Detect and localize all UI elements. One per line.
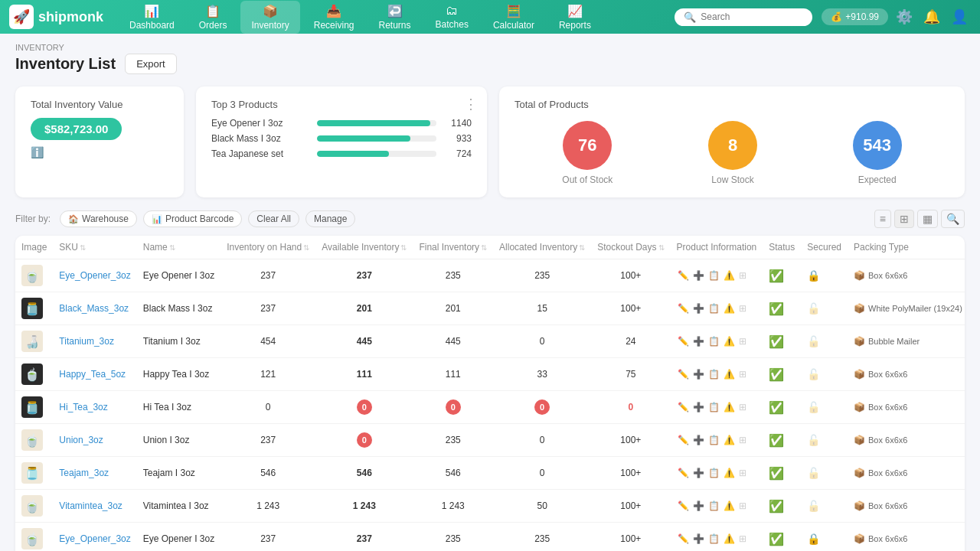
inventory-on-hand-cell: 121	[220, 358, 315, 391]
edit-icon[interactable]: ✏️	[677, 533, 690, 545]
sku-link[interactable]: Teajam_3oz	[59, 468, 109, 478]
copy-icon[interactable]: 📋	[707, 302, 720, 315]
col-name[interactable]: Name⇅	[137, 236, 220, 259]
export-button[interactable]: Export	[125, 54, 177, 74]
manage-button[interactable]: Manage	[305, 210, 355, 227]
grid-icon[interactable]: ⊞	[738, 401, 747, 413]
sku-link[interactable]: Eye_Opener_3oz	[59, 533, 130, 544]
col-stockout-days[interactable]: Stockout Days⇅	[591, 236, 670, 259]
alert-icon[interactable]: ⚠️	[723, 368, 736, 380]
total-value-button[interactable]: $582,723.00	[31, 118, 122, 140]
nav-reports[interactable]: 📈 Reports	[548, 1, 602, 34]
settings-button[interactable]: ⚙️	[893, 5, 916, 28]
copy-icon[interactable]: 📋	[707, 467, 720, 479]
nav-orders[interactable]: 📋 Orders	[188, 1, 238, 34]
add-icon[interactable]: ➕	[692, 269, 705, 282]
add-icon[interactable]: ➕	[692, 500, 705, 512]
notifications-button[interactable]: 🔔	[920, 5, 943, 28]
copy-icon[interactable]: 📋	[707, 335, 720, 347]
nav-inventory[interactable]: 📦 Inventory	[240, 1, 299, 34]
nav-calculator[interactable]: 🧮 Calculator	[482, 1, 545, 34]
edit-icon[interactable]: ✏️	[677, 467, 690, 479]
col-product-information: Product Information	[671, 236, 763, 259]
add-icon[interactable]: ➕	[692, 434, 705, 446]
grid-icon[interactable]: ⊞	[738, 335, 747, 347]
search-input[interactable]	[701, 11, 800, 22]
edit-icon[interactable]: ✏️	[677, 500, 690, 512]
edit-icon[interactable]: ✏️	[677, 434, 690, 446]
sku-link[interactable]: Titanium_3oz	[59, 336, 114, 347]
edit-icon[interactable]: ✏️	[677, 302, 690, 315]
grid-icon[interactable]: ⊞	[738, 434, 747, 446]
grid-icon[interactable]: ⊞	[738, 500, 747, 512]
sku-link[interactable]: Hi_Tea_3oz	[59, 402, 107, 412]
packing-type-cell: 📦 Box 6x6x6	[848, 259, 965, 292]
col-sku[interactable]: SKU⇅	[53, 236, 136, 259]
status-cell: ✅	[763, 259, 801, 292]
filter-warehouse-tag[interactable]: 🏠 Warehouse	[60, 210, 137, 227]
alert-icon[interactable]: ⚠️	[723, 500, 736, 512]
clear-all-button[interactable]: Clear All	[248, 210, 299, 227]
logo[interactable]: 🚀 shipmonk	[9, 5, 103, 29]
nav-receiving[interactable]: 📥 Receiving	[303, 1, 365, 34]
edit-icon[interactable]: ✏️	[677, 335, 690, 347]
alert-icon[interactable]: ⚠️	[723, 269, 736, 282]
nav-returns[interactable]: ↩️ Returns	[368, 1, 421, 34]
sku-link[interactable]: Vitamintea_3oz	[59, 500, 122, 511]
col-available-inventory[interactable]: Available Inventory⇅	[315, 236, 413, 259]
grid-view-button[interactable]: ⊞	[894, 210, 914, 228]
copy-icon[interactable]: 📋	[707, 368, 720, 380]
nav-dashboard[interactable]: 📊 Dashboard	[119, 1, 185, 34]
filter-barcode-tag[interactable]: 📊 Product Barcode	[143, 210, 242, 227]
grid-icon[interactable]: ⊞	[738, 302, 747, 315]
copy-icon[interactable]: 📋	[707, 533, 720, 545]
allocated-inventory-val: 33	[537, 369, 547, 380]
info-icon[interactable]: ℹ️	[31, 146, 168, 158]
add-icon[interactable]: ➕	[692, 335, 705, 347]
search-box[interactable]: 🔍	[675, 8, 812, 26]
edit-icon[interactable]: ✏️	[677, 368, 690, 380]
expected-label: Expected	[853, 174, 902, 185]
grid-icon[interactable]: ⊞	[738, 533, 747, 545]
top3-row-2: Black Mass I 3oz 933	[211, 133, 472, 144]
add-icon[interactable]: ➕	[692, 368, 705, 380]
sku-link[interactable]: Happy_Tea_5oz	[59, 369, 126, 380]
alert-icon[interactable]: ⚠️	[723, 335, 736, 347]
packing-type-cell: 📦 Box 6x6x6	[848, 523, 965, 552]
grid-icon[interactable]: ⊞	[738, 467, 747, 479]
copy-icon[interactable]: 📋	[707, 269, 720, 282]
alert-icon[interactable]: ⚠️	[723, 467, 736, 479]
alert-icon[interactable]: ⚠️	[723, 302, 736, 315]
alert-icon[interactable]: ⚠️	[723, 533, 736, 545]
grid-icon[interactable]: ⊞	[738, 368, 747, 380]
user-button[interactable]: 👤	[948, 5, 971, 28]
copy-icon[interactable]: 📋	[707, 434, 720, 446]
col-secured: Secured	[801, 236, 848, 259]
add-icon[interactable]: ➕	[692, 302, 705, 315]
available-inventory-cell: 237	[315, 523, 413, 552]
add-icon[interactable]: ➕	[692, 533, 705, 545]
nav-batches[interactable]: 🗂 Batches	[425, 1, 479, 33]
add-icon[interactable]: ➕	[692, 467, 705, 479]
edit-icon[interactable]: ✏️	[677, 269, 690, 282]
search-filter-button[interactable]: 🔍	[941, 210, 965, 228]
reports-icon: 📈	[567, 4, 583, 18]
edit-icon[interactable]: ✏️	[677, 401, 690, 413]
sku-link[interactable]: Black_Mass_3oz	[59, 303, 129, 314]
balance-button[interactable]: 💰 +910.99	[822, 8, 888, 25]
sku-link[interactable]: Eye_Opener_3oz	[59, 270, 130, 281]
add-icon[interactable]: ➕	[692, 401, 705, 413]
alert-icon[interactable]: ⚠️	[723, 434, 736, 446]
status-cell: ✅	[763, 391, 801, 424]
col-final-inventory[interactable]: Final Inventory⇅	[413, 236, 493, 259]
list-view-button[interactable]: ≡	[874, 210, 891, 228]
col-inventory-on-hand[interactable]: Inventory on Hand⇅	[220, 236, 315, 259]
sku-link[interactable]: Union_3oz	[59, 435, 103, 445]
alert-icon[interactable]: ⚠️	[723, 401, 736, 413]
top3-menu-icon[interactable]: ⋮	[464, 96, 478, 112]
copy-icon[interactable]: 📋	[707, 401, 720, 413]
copy-icon[interactable]: 📋	[707, 500, 720, 512]
chart-view-button[interactable]: ▦	[917, 210, 938, 228]
col-allocated-inventory[interactable]: Allocated Inventory⇅	[493, 236, 591, 259]
grid-icon[interactable]: ⊞	[738, 269, 747, 282]
